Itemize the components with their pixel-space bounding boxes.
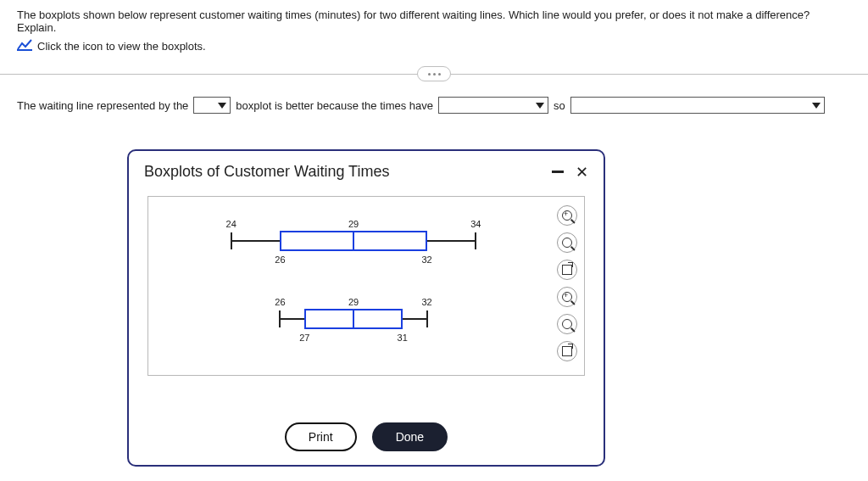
zoom-out-icon[interactable]: [557, 314, 577, 334]
sentence-part-2: boxplot is better because the times have: [236, 99, 433, 112]
chevron-down-icon: [536, 101, 544, 109]
close-icon[interactable]: ✕: [576, 165, 588, 180]
chevron-down-icon: [812, 101, 821, 109]
boxplot-top: 2429342632: [182, 215, 525, 266]
zoom-in-icon[interactable]: +: [557, 205, 577, 226]
axis-label: 27: [299, 333, 309, 343]
modal-title: Boxplots of Customer Waiting Times: [144, 163, 389, 181]
expand-handle[interactable]: [417, 66, 451, 81]
svg-marker-2: [536, 103, 544, 109]
chart-icon[interactable]: [17, 39, 32, 53]
axis-label: 29: [348, 297, 359, 307]
sentence-part-1: The waiting line represented by the: [17, 99, 188, 112]
axis-label: 29: [348, 219, 359, 229]
which-boxplot-dropdown[interactable]: [193, 97, 231, 114]
divider: [0, 74, 868, 75]
conclusion-dropdown[interactable]: [570, 97, 825, 114]
boxplot-bottom: 2629322731: [182, 294, 525, 344]
chevron-down-icon: [218, 101, 226, 109]
zoom-out-icon[interactable]: [557, 232, 577, 253]
chart-toolbar: + +: [557, 205, 577, 361]
axis-label: 26: [275, 254, 285, 265]
sentence-part-3: so: [554, 99, 565, 112]
axis-label: 31: [398, 333, 408, 343]
axis-label: 32: [421, 254, 431, 265]
view-hint: Click the icon to view the boxplots.: [37, 40, 206, 53]
axis-label: 32: [421, 297, 431, 307]
print-button[interactable]: Print: [285, 422, 357, 451]
axis-label: 26: [275, 297, 285, 307]
svg-marker-1: [218, 103, 226, 109]
popout-icon[interactable]: [557, 341, 577, 361]
popout-icon[interactable]: [557, 260, 577, 280]
zoom-in-icon[interactable]: +: [557, 287, 577, 307]
question-text: The boxplots shown below represent custo…: [0, 0, 868, 39]
svg-marker-3: [812, 103, 821, 109]
done-button[interactable]: Done: [372, 422, 448, 451]
minimize-icon[interactable]: [552, 171, 564, 173]
comparison-dropdown[interactable]: [438, 97, 548, 114]
boxplot-chart: 24293426322629322731 + +: [147, 196, 585, 376]
axis-label: 34: [470, 219, 481, 229]
axis-label: 24: [226, 219, 236, 229]
boxplots-modal: Boxplots of Customer Waiting Times ✕ 242…: [127, 149, 605, 467]
